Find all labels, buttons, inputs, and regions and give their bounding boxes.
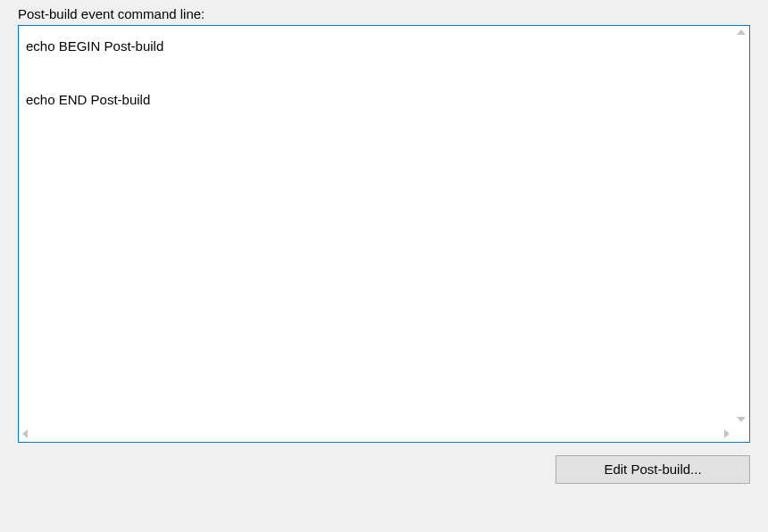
scroll-corner xyxy=(733,426,749,442)
scroll-left-icon[interactable] xyxy=(22,429,28,438)
field-label: Post-build event command line: xyxy=(18,6,750,21)
scroll-down-icon[interactable] xyxy=(737,417,746,422)
horizontal-scrollbar[interactable] xyxy=(19,426,733,442)
post-build-command-textarea[interactable] xyxy=(19,26,733,426)
vertical-scrollbar[interactable] xyxy=(733,26,749,426)
command-line-textarea-container xyxy=(18,25,750,443)
scroll-right-icon[interactable] xyxy=(724,429,730,438)
button-row: Edit Post-build... xyxy=(18,455,750,484)
edit-post-build-button[interactable]: Edit Post-build... xyxy=(555,455,750,484)
textarea-viewport xyxy=(19,26,733,426)
scroll-up-icon[interactable] xyxy=(737,29,746,35)
